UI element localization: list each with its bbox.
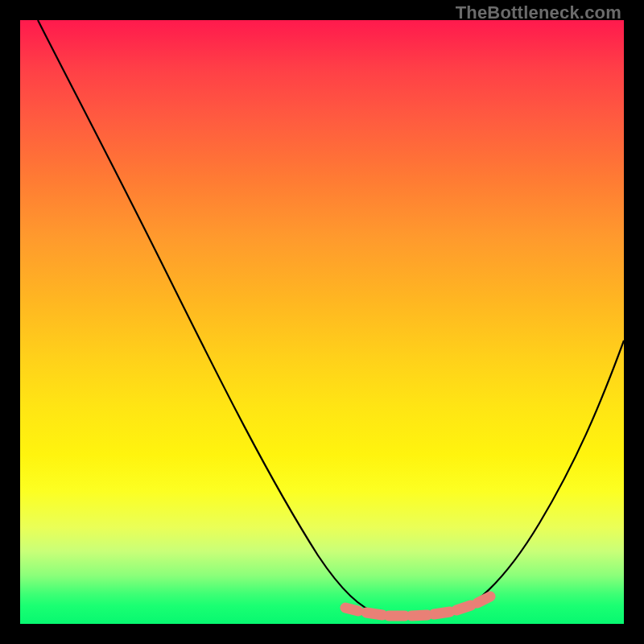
bottleneck-curve — [20, 20, 624, 624]
plot-area — [20, 20, 624, 624]
chart-stage: TheBottleneck.com — [0, 0, 644, 644]
trough-markers — [345, 597, 490, 616]
curve-path — [38, 20, 624, 617]
